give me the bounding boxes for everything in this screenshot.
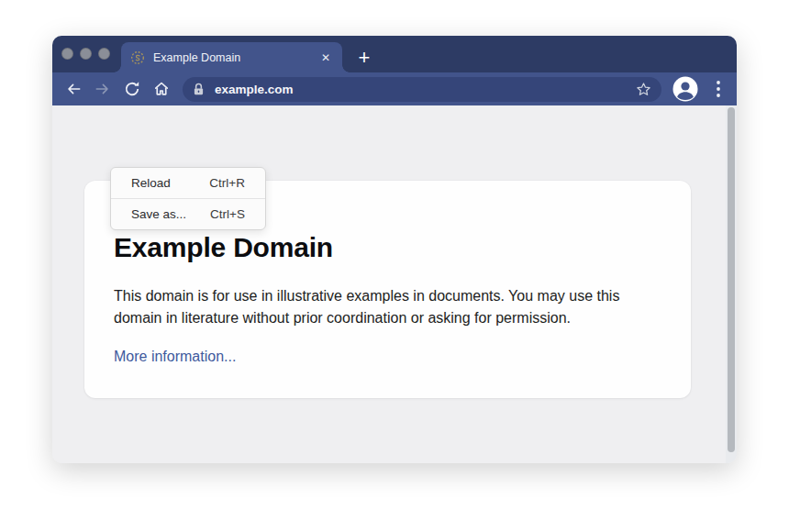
- menu-kebab-icon[interactable]: [709, 77, 728, 101]
- menu-item-label: Save as...: [131, 207, 186, 221]
- page-viewport: Example Domain This domain is for use in…: [52, 105, 737, 463]
- favicon-icon: [130, 50, 145, 65]
- window-zoom-button[interactable]: [98, 48, 110, 60]
- url-text[interactable]: example.com: [215, 83, 635, 96]
- window-close-button[interactable]: [61, 48, 73, 60]
- bookmark-star-icon[interactable]: [635, 81, 652, 98]
- tab-title: Example Domain: [153, 51, 318, 64]
- tab-close-icon[interactable]: ✕: [318, 50, 333, 65]
- menu-item-label: Reload: [131, 176, 171, 190]
- scrollbar-track: [726, 105, 737, 463]
- forward-arrow-icon: [94, 80, 112, 98]
- toolbar: example.com: [52, 72, 737, 105]
- browser-window: Example Domain ✕ +: [52, 36, 737, 463]
- context-menu-item-save-as[interactable]: Save as... Ctrl+S: [111, 199, 265, 229]
- new-tab-button[interactable]: +: [350, 42, 378, 72]
- back-arrow-icon: [64, 80, 83, 98]
- address-bar[interactable]: example.com: [183, 77, 661, 102]
- titlebar: Example Domain ✕ +: [52, 36, 737, 72]
- lock-icon[interactable]: [191, 82, 206, 97]
- context-menu-item-reload[interactable]: Reload Ctrl+R: [111, 168, 265, 198]
- forward-button[interactable]: [91, 77, 115, 101]
- page-paragraph: This domain is for use in illustrative e…: [114, 285, 657, 329]
- reload-button[interactable]: [120, 77, 144, 101]
- back-button[interactable]: [61, 77, 85, 101]
- more-information-link[interactable]: More information...: [114, 349, 236, 365]
- menu-item-shortcut: Ctrl+R: [209, 176, 245, 190]
- browser-tab[interactable]: Example Domain ✕: [121, 42, 342, 72]
- profile-avatar[interactable]: [672, 76, 698, 102]
- scrollbar-thumb[interactable]: [728, 107, 735, 452]
- context-menu: Reload Ctrl+R Save as... Ctrl+S: [110, 167, 266, 230]
- menu-item-shortcut: Ctrl+S: [210, 207, 245, 221]
- reload-icon: [123, 80, 141, 98]
- page-title: Example Domain: [114, 232, 658, 263]
- home-button[interactable]: [150, 77, 173, 101]
- window-minimize-button[interactable]: [80, 48, 92, 60]
- home-icon: [152, 80, 171, 98]
- window-controls: [61, 48, 110, 60]
